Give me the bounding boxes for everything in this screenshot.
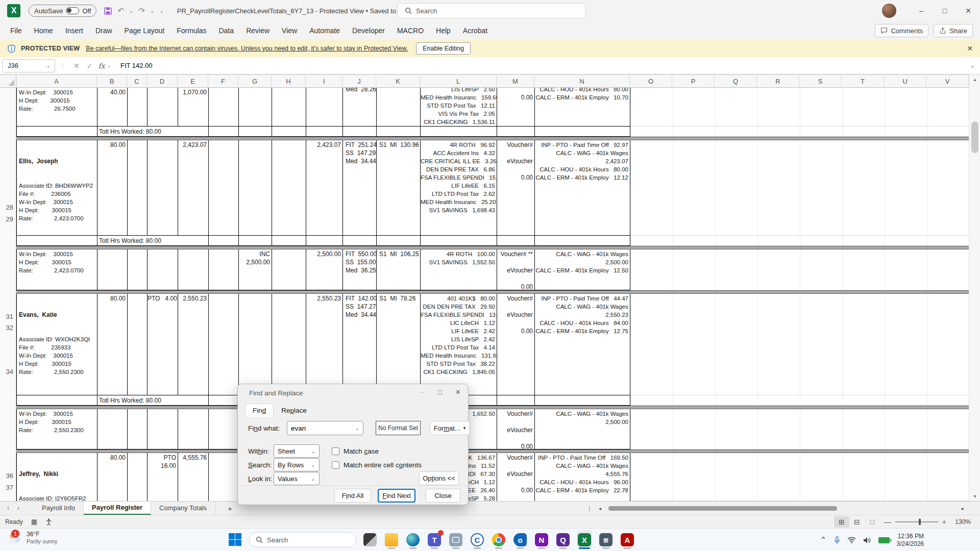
- maximize-button[interactable]: □: [933, 0, 957, 21]
- cell-f[interactable]: [209, 88, 239, 127]
- cell-f[interactable]: [209, 409, 239, 449]
- microphone-icon[interactable]: [834, 536, 840, 544]
- cell-g[interactable]: [239, 294, 272, 395]
- column-header-i[interactable]: I: [306, 75, 342, 88]
- column-header-r[interactable]: R: [757, 75, 799, 88]
- view-normal-icon[interactable]: ⊞: [834, 516, 849, 528]
- cell-a[interactable]: [17, 236, 97, 246]
- column-header-e[interactable]: E: [178, 75, 208, 88]
- share-button[interactable]: Share: [934, 24, 973, 37]
- find-all-button[interactable]: Find All: [334, 489, 371, 503]
- row-header[interactable]: 36: [0, 471, 13, 481]
- ribbon-tab-view[interactable]: View: [276, 22, 303, 39]
- customize-qat-icon[interactable]: ⌄: [159, 8, 163, 14]
- hscroll-left-icon[interactable]: ◂: [599, 506, 601, 511]
- taskbar-search-box[interactable]: Search: [249, 532, 356, 547]
- ribbon-tab-home[interactable]: Home: [28, 22, 59, 39]
- search-dropdown[interactable]: By Rows⌄: [274, 458, 320, 471]
- find-what-input[interactable]: [291, 424, 352, 432]
- empty-cells[interactable]: [630, 409, 969, 449]
- ribbon-tab-file[interactable]: File: [4, 22, 28, 39]
- cell-e[interactable]: 1,070.00: [178, 88, 209, 127]
- cell-e[interactable]: 4,555.76: [178, 453, 209, 501]
- cell-j[interactable]: Med 28.26: [343, 88, 377, 127]
- start-button[interactable]: [228, 530, 243, 549]
- cell-f[interactable]: [209, 140, 239, 236]
- find-what-combobox[interactable]: ⌄: [287, 421, 363, 435]
- view-page-layout-icon[interactable]: ⊟: [849, 516, 865, 528]
- total-hours-cell[interactable]: Totl Hrs Worked: 80.00: [97, 236, 209, 246]
- row-header[interactable]: 29: [0, 215, 13, 224]
- column-header-g[interactable]: G: [238, 75, 272, 88]
- save-icon[interactable]: [104, 7, 112, 15]
- cell-g[interactable]: INC 2,500.00: [239, 249, 272, 290]
- cell-i[interactable]: 2,500.00: [306, 249, 343, 290]
- cell-b[interactable]: 80.00: [97, 453, 128, 501]
- tray-chevron-icon[interactable]: ⌃: [820, 535, 826, 545]
- column-header-p[interactable]: P: [672, 75, 715, 88]
- cell-m[interactable]: Voucher# eVoucher 0.00: [497, 409, 535, 449]
- horizontal-scroll-thumb[interactable]: [608, 506, 837, 511]
- cell-a[interactable]: Ellis, Joseph Associate ID: BHD6WWYP2 Fi…: [17, 140, 97, 236]
- namebox-caret-icon[interactable]: ⌄: [46, 63, 51, 68]
- ribbon-tab-formulas[interactable]: Formulas: [170, 22, 212, 39]
- dialog-maximize-icon[interactable]: □: [438, 388, 442, 396]
- cell-n[interactable]: INP - PTO - Paid Time Off 44.47 CALC - W…: [535, 294, 630, 395]
- within-dropdown[interactable]: Sheet⌄: [274, 444, 320, 458]
- row-header[interactable]: 32: [0, 323, 13, 333]
- cell-e[interactable]: [178, 249, 209, 290]
- weather-widget[interactable]: 1 36°F Partly sunny: [7, 531, 58, 545]
- cancel-entry-icon[interactable]: ✕: [74, 62, 80, 70]
- formula-bar-expand-icon[interactable]: ⌄: [970, 62, 975, 69]
- vertical-scrollbar[interactable]: ▴ ▾: [969, 74, 980, 501]
- dialog-close-icon[interactable]: ✕: [455, 388, 461, 396]
- column-header-u[interactable]: U: [884, 75, 926, 88]
- cell-a[interactable]: [17, 127, 97, 137]
- insert-function-icon[interactable]: fx: [98, 62, 105, 70]
- column-header-q[interactable]: Q: [715, 75, 757, 88]
- ribbon-tab-review[interactable]: Review: [240, 22, 276, 39]
- cell-c[interactable]: [128, 88, 148, 127]
- c-app-button[interactable]: C: [470, 530, 485, 549]
- empty-cells[interactable]: [630, 249, 969, 290]
- scroll-down-icon[interactable]: ▾: [969, 493, 980, 499]
- cell-e[interactable]: 2,423.07: [178, 140, 209, 236]
- tab-replace[interactable]: Replace: [274, 404, 314, 417]
- redo-icon[interactable]: ↷: [138, 6, 145, 15]
- cell-k[interactable]: [377, 88, 421, 127]
- options-button[interactable]: Options <<: [419, 471, 459, 485]
- cell-m[interactable]: Voucher# eVoucher 0.00: [497, 294, 535, 395]
- cell-k[interactable]: S1 MI 78.26: [377, 294, 421, 395]
- cell-n[interactable]: INP - PTO - Paid Time Off 169.50 CALC - …: [535, 453, 630, 501]
- comments-button[interactable]: Comments: [875, 24, 928, 37]
- empty-cells[interactable]: [630, 140, 969, 236]
- minimize-button[interactable]: –: [910, 0, 933, 21]
- vertical-scroll-thumb[interactable]: [971, 121, 978, 153]
- cell-j[interactable]: FIT 550.00 SS 155.00 Med 36.25: [343, 249, 377, 290]
- column-header-a[interactable]: A: [16, 75, 97, 88]
- accessibility-icon[interactable]: [45, 518, 52, 525]
- zoom-slider-thumb[interactable]: [919, 519, 921, 525]
- total-hours-cell[interactable]: Totl Hrs Worked: 80.00: [97, 127, 209, 137]
- name-box[interactable]: J36 ⌄: [2, 59, 55, 72]
- cell-a[interactable]: Evans, Katie Associate ID: WXOH2K3QI Fil…: [17, 294, 97, 395]
- cell-j[interactable]: FIT 251.24 SS 147.29 Med 34.44: [343, 140, 377, 236]
- cell-m[interactable]: Voucher# ** eVoucher 0.00: [497, 249, 535, 290]
- column-header-m[interactable]: M: [497, 75, 534, 88]
- cell-k[interactable]: S1 MI 106.25: [377, 249, 421, 290]
- taskbar-clock[interactable]: 12:36 PM 3/24/2026: [897, 533, 924, 548]
- empty-cells[interactable]: [630, 88, 969, 127]
- cell-l[interactable]: 4R ROTH 96.92 ACC Accident Ins 4.32 CRE …: [421, 140, 497, 236]
- ribbon-tab-developer[interactable]: Developer: [346, 22, 391, 39]
- column-header-b[interactable]: B: [97, 75, 127, 88]
- excel-taskbar-button[interactable]: X: [577, 530, 592, 549]
- empty-cells[interactable]: [630, 294, 969, 395]
- cell-c[interactable]: [128, 140, 148, 236]
- cell-l[interactable]: 4R ROTH 100.00 SV1 SAVINGS 1,552.50: [421, 249, 497, 290]
- tabbar-kebab-icon[interactable]: ⋮: [586, 505, 593, 512]
- teams-button[interactable]: T: [427, 530, 442, 549]
- column-header-l[interactable]: L: [420, 75, 497, 88]
- cell-d[interactable]: [148, 249, 178, 290]
- q-app-button[interactable]: Q: [555, 530, 571, 549]
- cell-m[interactable]: 0.00: [497, 88, 535, 127]
